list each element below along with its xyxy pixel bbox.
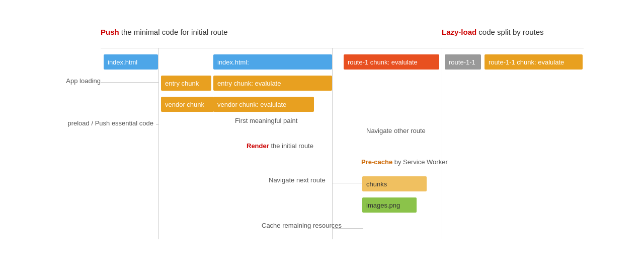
render-label: Render the initial route xyxy=(247,142,313,150)
vendor-chunk-left: vendor chunk xyxy=(161,97,214,112)
header-divider xyxy=(101,48,584,48)
chunks-block: chunks xyxy=(362,176,427,191)
vline-right xyxy=(442,48,442,239)
lazy-header: Lazy-load code split by routes xyxy=(442,28,544,36)
images-png-block: images.png xyxy=(362,197,417,213)
lazy-keyword: Lazy-load xyxy=(442,28,476,36)
preload-label: preload / Push essential code xyxy=(33,119,153,127)
lazy-rest: code split by routes xyxy=(476,28,543,36)
pre-cache-label: Pre-cache by Service Worker xyxy=(361,158,448,166)
push-keyword: Push xyxy=(101,28,119,36)
route11-chunk: route-1-1 chunk: evalulate xyxy=(485,54,583,70)
preload-line xyxy=(156,124,158,125)
diagram: Push the minimal code for initial route … xyxy=(0,0,644,268)
cache-remaining-label: Cache remaining resources xyxy=(262,222,342,229)
push-rest: the minimal code for initial route xyxy=(119,28,228,36)
first-paint-label: First meaningful paint xyxy=(235,117,297,124)
route11-label: route-1-1 xyxy=(445,54,481,70)
vendor-chunk-eval: vendor chunk: evalulate xyxy=(213,97,314,112)
index-html-left-chunk: index.html xyxy=(104,54,158,70)
cache-remaining-line xyxy=(332,228,363,229)
navigate-other-label: Navigate other route xyxy=(366,127,426,135)
vline-push xyxy=(158,48,159,239)
navigate-next-label: Navigate next route xyxy=(269,176,326,184)
index-html-right-chunk: index.html: xyxy=(213,54,332,70)
app-loading-line xyxy=(101,82,158,83)
app-loading-label: App loading xyxy=(40,77,101,85)
navigate-next-line xyxy=(332,183,363,183)
entry-chunk-left: entry chunk xyxy=(161,76,211,91)
vline-mid xyxy=(332,48,333,239)
route1-chunk: route-1 chunk: evalulate xyxy=(344,54,439,70)
push-header: Push the minimal code for initial route xyxy=(101,28,228,36)
entry-chunk-eval: entry chunk: evalulate xyxy=(213,76,332,91)
